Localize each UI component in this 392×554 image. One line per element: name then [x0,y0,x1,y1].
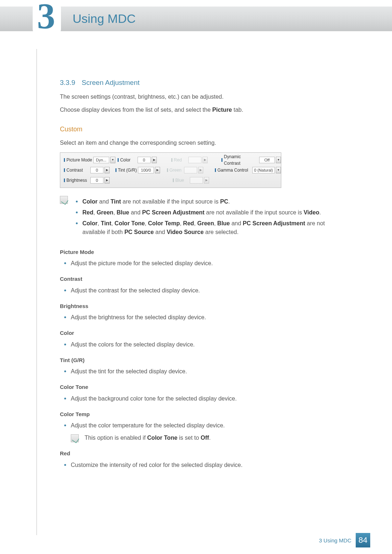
def-title-contrast: Contrast [60,275,336,283]
label: Gamma Control [217,167,248,173]
def-text: Adjust the tint for the selected display… [62,367,336,376]
contrast-input[interactable]: 0 [90,167,103,173]
text: tab. [232,107,243,113]
tint-input[interactable]: 100/0 [138,167,154,173]
screen-adjustment-panel: Picture Mode Dyn... ▼ Color 0 ▶ Red ▶ Dy… [60,152,281,188]
section-heading: 3.3.9 Screen Adjustment [60,78,336,88]
def-title-tint: Tint (G/R) [60,356,336,365]
def-title-color-temp: Color Temp [60,410,336,419]
label: Contrast [66,167,83,173]
arrow-right-icon[interactable]: ▶ [152,157,157,163]
field-red: Red ▶ [171,157,221,163]
label: Blue [175,177,184,184]
def-text: Adjust the colors for the selected displ… [62,340,336,349]
def-text: Adjust the brightness for the selected d… [62,313,336,322]
def-text: Adjust the background color tone for the… [62,394,336,403]
green-input [184,167,197,173]
chevron-down-icon[interactable]: ▼ [276,157,281,163]
field-color: Color 0 ▶ [118,157,171,163]
arrow-right-icon[interactable]: ▶ [105,167,110,173]
page-footer: 3 Using MDC 84 [319,533,370,547]
footer-label: 3 Using MDC [319,537,351,543]
def-title-color-tone: Color Tone [60,383,336,391]
dynamic-contrast-select[interactable]: Off [259,157,275,163]
page-content: 3.3.9 Screen Adjustment The screen setti… [60,69,336,472]
left-margin-rule [36,49,37,535]
field-green: Green ▶ [167,167,215,173]
chapter-badge: 3 [33,0,65,40]
custom-heading: Custom [60,124,336,134]
gamma-control-select[interactable]: 0 (Natural) [252,167,275,173]
page-number: 84 [356,533,370,547]
chapter-title: Using MDC [73,12,136,26]
field-contrast: Contrast 0 ▶ [64,167,115,173]
picture-mode-select[interactable]: Dyn... [93,157,109,163]
def-title-red: Red [60,450,336,458]
def-text: Adjust the color temperature for the sel… [62,421,336,430]
arrow-right-icon: ▶ [198,167,203,173]
field-tint: Tint (G/R) 100/0 ▶ [115,167,167,173]
note-text: This option is enabled if Color Tone is … [85,434,211,442]
intro-p2: Choose display devices from the list of … [60,106,336,114]
field-picture-mode: Picture Mode Dyn... ▼ [64,157,118,163]
label: Color [120,157,131,163]
arrow-right-icon: ▶ [204,177,209,184]
field-blue: Blue ▶ [173,177,224,184]
field-dynamic-contrast: Dynamic Contrast Off ▼ [221,153,281,167]
def-title-brightness: Brightness [60,302,336,311]
def-title-picture-mode: Picture Mode [60,248,336,257]
chevron-down-icon[interactable]: ▼ [110,157,115,163]
def-text: Adjust the contrast for the selected dis… [62,286,336,295]
arrow-right-icon: ▶ [203,157,208,163]
color-temp-note: This option is enabled if Color Tone is … [71,434,336,442]
custom-text: Select an item and change the correspond… [60,139,336,147]
red-input [188,157,201,163]
intro-p1: The screen settings (contrast, brightnes… [60,93,336,101]
chapter-number: 3 [37,0,55,34]
note-icon [71,434,79,442]
color-input[interactable]: 0 [138,157,151,163]
note-item: Red, Green, Blue and PC Screen Adjustmen… [74,208,336,217]
arrow-right-icon[interactable]: ▶ [105,177,110,184]
label: Dynamic Contrast [224,153,258,167]
blue-input [190,177,203,184]
note-block: Color and Tint are not available if the … [60,195,336,239]
chevron-down-icon[interactable]: ▼ [276,167,281,173]
section-title: Screen Adjustment [82,79,139,86]
field-brightness: Brightness 0 ▶ [64,177,118,184]
definitions: Picture Mode Adjust the picture mode for… [60,248,336,469]
label: Picture Mode [66,157,92,163]
term-picture: Picture [212,107,232,113]
label: Brightness [66,177,87,184]
section-number: 3.3.9 [60,79,75,86]
brightness-input[interactable]: 0 [90,177,103,184]
label: Green [170,167,181,173]
text: Choose display devices from the list of … [60,107,212,113]
note-item: Color and Tint are not available if the … [74,197,336,206]
def-text: Customize the intensity of red color for… [62,461,336,469]
def-text: Adjust the picture mode for the selected… [62,259,336,268]
label: Tint (G/R) [118,167,137,173]
note-icon [60,196,68,204]
def-title-color: Color [60,329,336,337]
note-item: Color, Tint, Color Tone, Color Temp, Red… [74,219,336,237]
label: Red [174,157,182,163]
field-gamma-control: Gamma Control 0 (Natural) ▼ [215,167,281,173]
arrow-right-icon[interactable]: ▶ [155,167,160,173]
